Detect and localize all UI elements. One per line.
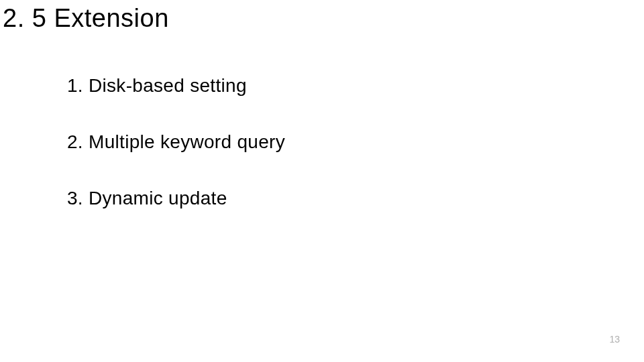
- content-list: 1. Disk-based setting 2. Multiple keywor…: [67, 75, 285, 244]
- list-item: 1. Disk-based setting: [67, 75, 285, 97]
- page-number: 13: [609, 334, 620, 345]
- list-item: 2. Multiple keyword query: [67, 131, 285, 153]
- slide-title: 2. 5 Extension: [3, 4, 169, 33]
- list-item: 3. Dynamic update: [67, 188, 285, 209]
- slide: 2. 5 Extension 1. Disk-based setting 2. …: [0, 0, 644, 362]
